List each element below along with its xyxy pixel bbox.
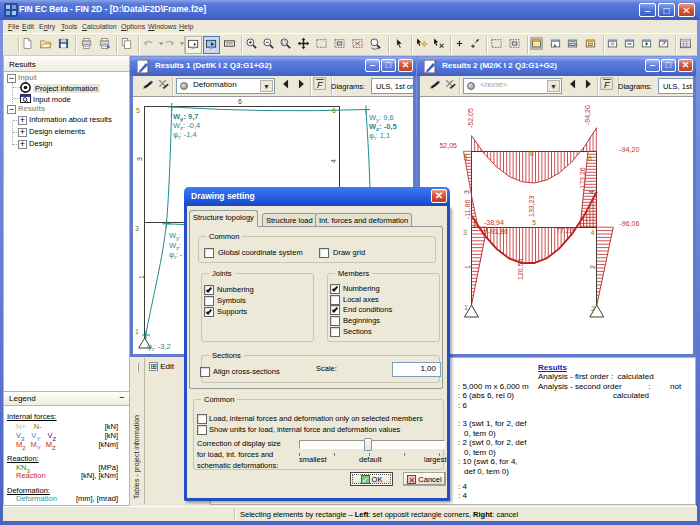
svg-text:1: 1 xyxy=(135,328,139,335)
svg-text:5: 5 xyxy=(532,219,536,226)
svg-text:1: 1 xyxy=(464,304,468,311)
svg-text:-173,26: -173,26 xyxy=(579,167,586,191)
svg-text:-52,05: -52,05 xyxy=(467,108,474,128)
svg-text:φt: 1,1: φt: 1,1 xyxy=(369,131,390,141)
svg-text:φt: -: φt: - xyxy=(169,250,183,260)
svg-text:6: 6 xyxy=(588,155,592,162)
svg-text:120,54: 120,54 xyxy=(517,258,524,280)
svg-text:-91,86: -91,86 xyxy=(488,228,508,235)
svg-text:-11,86: -11,86 xyxy=(464,200,471,219)
svg-text:3: 3 xyxy=(463,190,470,194)
svg-text:6: 6 xyxy=(530,150,534,157)
svg-text:3: 3 xyxy=(136,157,143,161)
svg-text:52,05: 52,05 xyxy=(439,142,457,149)
svg-text:-96,06: -96,06 xyxy=(620,220,640,227)
svg-text:2: 2 xyxy=(591,305,595,312)
svg-text:4: 4 xyxy=(588,190,595,194)
svg-text:5: 5 xyxy=(464,154,468,161)
svg-text:-38,94: -38,94 xyxy=(484,219,504,226)
svg-text:F: F xyxy=(604,80,610,90)
svg-text:3: 3 xyxy=(463,229,467,236)
svg-text:1: 1 xyxy=(464,265,471,269)
svg-text:1: 1 xyxy=(138,275,145,279)
svg-text:-94,20: -94,20 xyxy=(620,146,640,153)
svg-text:F: F xyxy=(317,80,323,90)
svg-text:77,22: 77,22 xyxy=(556,227,574,234)
svg-text:Wy:: Wy: xyxy=(169,231,181,241)
svg-text:φt: -1,4: φt: -1,4 xyxy=(173,130,197,140)
svg-text:6: 6 xyxy=(332,107,336,114)
svg-text:133,23: 133,23 xyxy=(528,195,535,217)
svg-text:2: 2 xyxy=(589,265,596,269)
svg-text:-94,20: -94,20 xyxy=(584,105,591,125)
svg-text:φt: -3,2: φt: -3,2 xyxy=(147,342,171,352)
svg-text:3: 3 xyxy=(135,225,139,232)
svg-text:5: 5 xyxy=(136,107,140,114)
svg-text:4: 4 xyxy=(591,229,595,236)
svg-text:4: 4 xyxy=(330,159,337,163)
svg-text:6: 6 xyxy=(238,98,242,105)
